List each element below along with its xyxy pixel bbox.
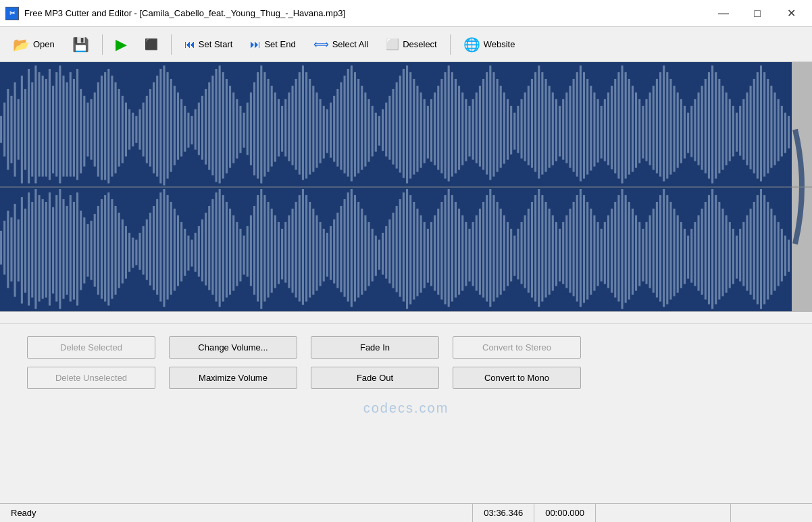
svg-rect-179 <box>614 79 616 174</box>
svg-rect-162 <box>555 99 557 161</box>
maximize-button[interactable]: □ <box>742 3 773 24</box>
svg-rect-109 <box>372 106 374 157</box>
svg-rect-407 <box>611 208 613 292</box>
svg-rect-260 <box>101 199 103 298</box>
svg-rect-117 <box>399 76 401 173</box>
status-bar: Ready 03:36.346 00:00.000 <box>0 503 812 522</box>
convert-to-stereo-button[interactable]: Convert to Stereo <box>453 336 581 359</box>
svg-rect-293 <box>215 192 217 301</box>
svg-rect-85 <box>288 93 290 161</box>
svg-rect-175 <box>601 106 603 159</box>
set-end-button[interactable]: ⏭ Set End <box>243 31 303 58</box>
fade-out-button[interactable]: Fade Out <box>311 367 439 389</box>
svg-rect-244 <box>45 201 47 297</box>
svg-rect-296 <box>226 201 228 297</box>
svg-rect-77 <box>260 66 262 184</box>
change-volume-button[interactable]: Change Volume... <box>169 336 297 359</box>
convert-to-mono-button[interactable]: Convert to Mono <box>453 367 581 389</box>
waveform-top-graphic <box>0 62 812 187</box>
open-button[interactable]: 📂 Open <box>5 31 62 58</box>
svg-rect-303 <box>250 215 252 286</box>
svg-rect-335 <box>361 208 363 294</box>
svg-rect-392 <box>559 228 561 281</box>
status-position: 00:00.000 <box>534 504 596 522</box>
svg-rect-13 <box>39 72 41 177</box>
deselect-button[interactable]: ⬜ Deselect <box>378 31 445 58</box>
svg-rect-158 <box>541 72 543 175</box>
svg-rect-265 <box>118 212 120 288</box>
svg-rect-396 <box>573 201 575 296</box>
set-start-button[interactable]: ⏮ Set Start <box>177 31 240 58</box>
svg-rect-43 <box>143 103 145 157</box>
play-button[interactable]: ▶ <box>108 31 134 58</box>
svg-rect-331 <box>347 192 349 301</box>
svg-rect-319 <box>305 194 307 301</box>
svg-rect-450 <box>760 188 762 309</box>
svg-rect-178 <box>611 86 613 169</box>
svg-rect-7 <box>18 99 20 160</box>
svg-rect-123 <box>420 93 422 168</box>
close-button[interactable]: ✕ <box>776 3 807 24</box>
svg-rect-334 <box>357 201 359 297</box>
svg-rect-343 <box>388 219 390 283</box>
svg-rect-129 <box>440 79 442 174</box>
svg-rect-183 <box>628 79 630 175</box>
actions-row-1: Delete Selected Change Volume... Fade In… <box>27 336 785 359</box>
delete-unselected-button[interactable]: Delete Unselected <box>27 367 155 389</box>
svg-rect-274 <box>149 212 151 285</box>
svg-rect-65 <box>219 66 221 184</box>
svg-rect-395 <box>569 208 571 292</box>
svg-rect-3 <box>3 103 5 157</box>
svg-rect-446 <box>746 215 748 290</box>
svg-rect-306 <box>260 188 262 309</box>
stop-button[interactable]: ⬛ <box>137 31 166 58</box>
svg-rect-379 <box>513 235 515 276</box>
svg-rect-195 <box>669 79 671 175</box>
svg-rect-242 <box>39 194 41 301</box>
svg-rect-371 <box>486 194 488 301</box>
horizontal-scrollbar[interactable] <box>0 312 812 324</box>
delete-selected-button[interactable]: Delete Selected <box>27 336 155 359</box>
svg-rect-136 <box>465 99 467 161</box>
waveform-bottom-channel <box>0 187 812 312</box>
svg-rect-89 <box>302 66 304 180</box>
svg-rect-246 <box>52 207 54 293</box>
separator-3 <box>450 34 451 55</box>
svg-rect-128 <box>437 86 439 170</box>
svg-rect-389 <box>549 208 551 294</box>
svg-rect-328 <box>336 212 338 288</box>
svg-rect-15 <box>45 79 47 177</box>
svg-rect-364 <box>461 215 463 290</box>
svg-rect-46 <box>153 82 155 174</box>
waveform-container[interactable]: // This SVG is static, rendered below <box>0 62 812 312</box>
fade-in-button[interactable]: Fade In <box>311 336 439 359</box>
svg-rect-350 <box>413 201 415 299</box>
svg-rect-326 <box>330 226 332 280</box>
svg-rect-254 <box>80 210 82 290</box>
svg-rect-441 <box>729 221 731 288</box>
svg-rect-353 <box>424 221 426 288</box>
svg-rect-76 <box>257 72 259 179</box>
select-all-button[interactable]: ⟺ Select All <box>306 31 376 58</box>
save-button[interactable]: 💾 <box>65 31 97 58</box>
svg-rect-298 <box>232 215 234 290</box>
svg-rect-318 <box>302 188 304 305</box>
svg-rect-428 <box>684 228 686 284</box>
svg-rect-209 <box>718 79 720 174</box>
svg-rect-40 <box>132 113 134 147</box>
svg-rect-337 <box>367 221 370 286</box>
minimize-button[interactable]: — <box>708 3 739 24</box>
svg-rect-232 <box>3 220 5 274</box>
svg-rect-416 <box>642 228 644 281</box>
svg-rect-378 <box>510 228 512 281</box>
website-button[interactable]: 🌐 Website <box>456 31 523 58</box>
svg-rect-55 <box>184 106 186 152</box>
svg-rect-457 <box>784 235 786 276</box>
maximize-volume-button[interactable]: Maximize Volume <box>169 367 297 389</box>
svg-rect-224 <box>770 86 772 168</box>
svg-rect-434 <box>705 201 707 299</box>
svg-rect-348 <box>406 188 408 309</box>
svg-rect-187 <box>642 106 644 159</box>
svg-rect-432 <box>697 215 699 290</box>
svg-rect-192 <box>659 72 661 177</box>
